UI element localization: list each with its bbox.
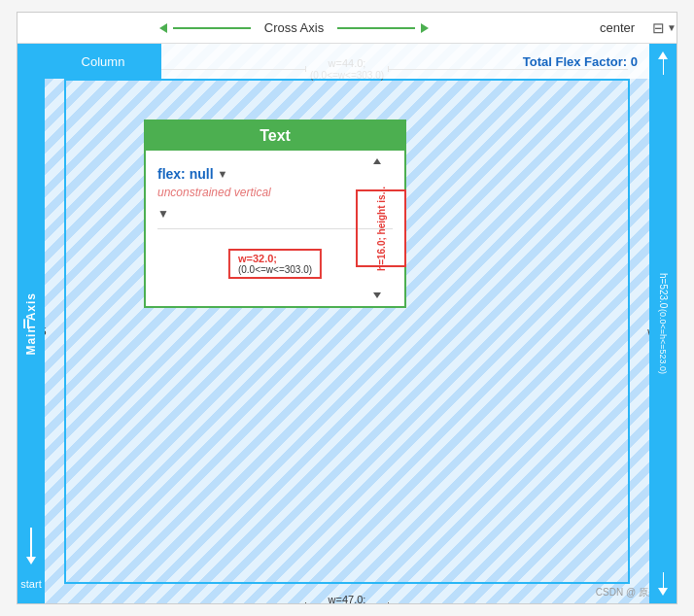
right-h-label: h=523.0 <box>658 273 669 308</box>
main-area: Main Axis start ⏸ h=523.0 (0.0<=h<=523.0… <box>17 44 677 603</box>
widget-header: Text <box>146 121 404 151</box>
flex-null-dropdown-icon[interactable]: ▼ <box>218 168 228 180</box>
dropdown-arrow-icon[interactable]: ▼ <box>667 22 677 33</box>
w32-sub: (0.0<=w<=303.0) <box>238 264 312 275</box>
pause-icon: ⏸ <box>19 316 33 331</box>
widget-body: flex: null ▼ unconstrained vertical ▼ h=… <box>146 151 404 306</box>
right-h-sub: (0.0<=h<=523.0) <box>658 309 668 374</box>
cross-axis-label: Cross Axis <box>264 20 324 35</box>
cross-axis-line2 <box>337 27 415 29</box>
left-w-label: w=7.5 <box>45 325 47 337</box>
outer-box: w=44.0; (0.0<=w<=303.0) w=7.5 w=7.5 <box>64 79 630 584</box>
start-label: start <box>20 578 41 590</box>
h-box: h=16.0; height is... <box>356 189 406 267</box>
column-tab[interactable]: Column <box>45 44 161 79</box>
main-axis-bar: Main Axis start ⏸ <box>17 44 45 603</box>
arrow-right-icon <box>421 23 429 33</box>
total-flex-label: Total Flex Factor: 0 <box>523 54 638 69</box>
flex-null[interactable]: flex: null ▼ <box>157 166 393 182</box>
flex-null-label: flex: null <box>157 166 214 182</box>
meas-bottom: w=47.0; (0.0<=w<=303.0) <box>66 594 628 603</box>
arrow-left-icon <box>159 23 167 33</box>
meas-left: w=7.5 <box>45 325 47 337</box>
header-row: Column Total Flex Factor: 0 <box>45 44 649 79</box>
right-arrow-up-icon <box>658 51 668 75</box>
align-icon: ⊟ <box>652 19 665 37</box>
widget-title: Text <box>260 127 291 144</box>
vert-arrow-bottom-icon <box>373 292 381 298</box>
cross-axis-line <box>173 27 251 29</box>
vert-arrow-top-icon <box>373 158 381 164</box>
canvas-area: Column Total Flex Factor: 0 w=44.0; (0.0… <box>45 44 649 603</box>
main-axis-arrow-down <box>26 528 36 565</box>
bottom-w-label: w=47.0; <box>329 594 366 603</box>
right-bar: h=523.0 (0.0<=h<=523.0) <box>649 44 677 603</box>
top-bar: Cross Axis center ⊟ ▼ <box>17 13 677 44</box>
w32-label: w=32.0; <box>238 253 312 264</box>
total-flex: Total Flex Factor: 0 <box>161 44 649 79</box>
center-label: center <box>600 20 635 35</box>
h-box-text: h=16.0; height is... <box>376 187 387 271</box>
w32-box: w=32.0; (0.0<=w<=303.0) <box>228 249 322 279</box>
column-label: Column <box>82 54 125 69</box>
cross-axis-arrow: Cross Axis <box>17 20 571 35</box>
inner-widget: Text flex: null ▼ unconstrained vertical… <box>144 120 406 308</box>
right-arrow-down-icon <box>658 572 668 596</box>
